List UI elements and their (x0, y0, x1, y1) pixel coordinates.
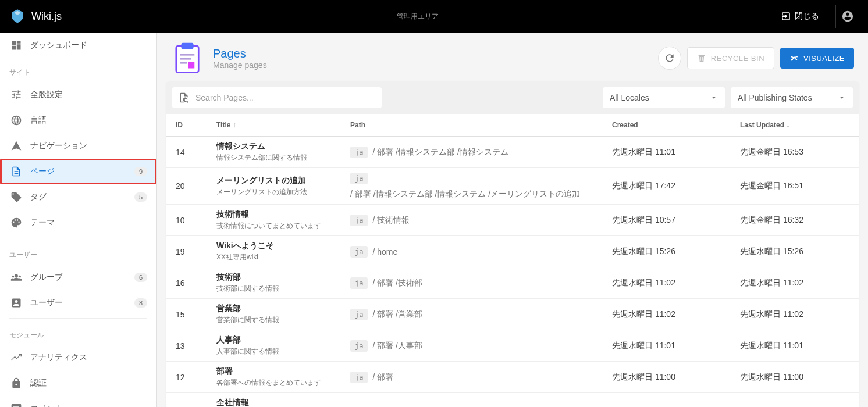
sidebar-item-comments[interactable]: コメント (0, 396, 156, 407)
sidebar-item-label: 全般設定 (30, 90, 147, 100)
account-button[interactable] (835, 5, 859, 28)
cell-id: 13 (166, 330, 207, 362)
sidebar-item-theme[interactable]: テーマ (0, 210, 156, 235)
sidebar-item-label: ナビゲーション (30, 141, 147, 151)
divider (9, 318, 147, 319)
col-path[interactable]: Path (341, 114, 603, 137)
pages-table: ID Title↑ Path Created Last Updated ↓ 14… (166, 114, 859, 407)
locale-select-value: All Locales (610, 93, 649, 102)
cell-created: 先週水曜日 10:59 (603, 393, 731, 408)
sidebar-section-site: サイト (0, 58, 156, 82)
close-label: 閉じる (795, 11, 819, 22)
sidebar-item-label: ページ (30, 166, 134, 177)
table-row[interactable]: 13人事部人事部に関する情報ja/ 部署 /人事部先週水曜日 11:01先週水曜… (166, 330, 859, 362)
divider (9, 238, 147, 238)
visualize-button[interactable]: VISUALIZE (780, 48, 854, 69)
lock-icon (9, 376, 23, 390)
publishing-state-select[interactable]: All Publishing States (731, 87, 853, 108)
cell-id: 12 (166, 362, 207, 393)
filter-bar: All Locales All Publishing States (166, 81, 859, 114)
locale-chip: ja (350, 246, 368, 258)
sidebar-item-analytics[interactable]: アナリティクス (0, 345, 156, 370)
tune-icon (9, 88, 23, 102)
sort-desc-icon: ↓ (786, 121, 789, 129)
sidebar-item-users[interactable]: ユーザー 8 (0, 290, 156, 316)
cell-path: ja/ 部署 /技術部 (341, 267, 603, 299)
tag-icon (9, 190, 23, 204)
cell-title: 全社情報全社に向けた共通の情報をまとめています (207, 393, 341, 408)
sidebar-item-locale[interactable]: 言語 (0, 108, 156, 133)
sidebar-badge: 5 (134, 192, 147, 202)
page-title: Pages (213, 47, 649, 60)
col-updated[interactable]: Last Updated ↓ (731, 114, 859, 137)
exit-icon (781, 11, 791, 22)
cell-created: 先週水曜日 10:57 (603, 205, 731, 236)
cell-path: ja/ 部署 /営業部 (341, 299, 603, 330)
sidebar-item-auth[interactable]: 認証 (0, 370, 156, 396)
graph-icon (789, 53, 799, 63)
cell-updated: 先週金曜日 16:51 (731, 168, 859, 205)
sidebar-item-label: アナリティクス (30, 352, 147, 363)
table-row[interactable]: 12部署各部署への情報をまとめていますja/ 部署先週水曜日 11:00先週水曜… (166, 362, 859, 393)
sort-indicator: ↑ (233, 121, 236, 129)
sidebar-item-tags[interactable]: タグ 5 (0, 184, 156, 210)
cell-updated: 先週水曜日 11:01 (731, 330, 859, 362)
refresh-icon (664, 52, 675, 64)
cell-path: ja/ 技術情報 (341, 205, 603, 236)
cell-updated: 先週水曜日 11:02 (731, 299, 859, 330)
locale-chip: ja (350, 215, 368, 226)
cell-path: ja/ 部署 /情報システム部 /情報システム (341, 137, 603, 168)
page-subtitle: Manage pages (213, 60, 649, 70)
topbar-center-label: 管理用エリア (62, 12, 774, 22)
sidebar-item-groups[interactable]: グループ 6 (0, 265, 156, 290)
locale-select[interactable]: All Locales (603, 87, 725, 108)
table-row[interactable]: 14情報システム情報システム部に関する情報ja/ 部署 /情報システム部 /情報… (166, 137, 859, 168)
cell-id: 19 (166, 236, 207, 267)
sidebar-item-label: 認証 (30, 378, 147, 388)
file-search-icon (178, 92, 190, 103)
cell-created: 先週水曜日 11:00 (603, 362, 731, 393)
table-row[interactable]: 11全社情報全社に向けた共通の情報をまとめていますja/ 全社情報先週水曜日 1… (166, 393, 859, 408)
sidebar-item-navigation[interactable]: ナビゲーション (0, 133, 156, 159)
brand[interactable]: Wiki.js (9, 8, 62, 24)
col-id[interactable]: ID (166, 114, 207, 137)
cell-created: 先週水曜日 15:26 (603, 236, 731, 267)
account-icon (841, 10, 854, 23)
table-row[interactable]: 15営業部営業部に関する情報ja/ 部署 /営業部先週水曜日 11:02先週水曜… (166, 299, 859, 330)
locale-chip: ja (350, 277, 368, 289)
cell-path: ja/ 部署 /情報システム部 /情報システム /メーリングリストの追加 (341, 168, 603, 205)
locale-chip: ja (350, 372, 368, 383)
table-row[interactable]: 19WikiへようこそXX社専用wikija/ home先週水曜日 15:26先… (166, 236, 859, 267)
svg-rect-5 (188, 62, 195, 69)
table-row[interactable]: 10技術情報技術情報についてまとめていますja/ 技術情報先週水曜日 10:57… (166, 205, 859, 236)
navigation-icon (9, 139, 23, 153)
sidebar-section-modules: モジュール (0, 321, 156, 345)
main-content: Pages Manage pages RECYCLE BIN VISUALIZE (157, 33, 868, 407)
dashboard-icon (9, 38, 23, 52)
svg-rect-4 (180, 62, 187, 64)
table-row[interactable]: 16技術部技術部に関する情報ja/ 部署 /技術部先週水曜日 11:02先週水曜… (166, 267, 859, 299)
recycle-bin-button[interactable]: RECYCLE BIN (687, 47, 774, 69)
col-created[interactable]: Created (603, 114, 731, 137)
col-title[interactable]: Title↑ (207, 114, 341, 137)
sidebar-item-general[interactable]: 全般設定 (0, 82, 156, 108)
table-row[interactable]: 20メーリングリストの追加メーリングリストの追加方法ja/ 部署 /情報システム… (166, 168, 859, 205)
close-button[interactable]: 閉じる (774, 6, 826, 26)
sidebar-item-dashboard[interactable]: ダッシュボード (0, 33, 156, 58)
sidebar-badge: 8 (134, 298, 147, 308)
cell-path: ja/ 部署 /人事部 (341, 330, 603, 362)
sidebar-item-pages[interactable]: ページ 9 (0, 159, 156, 184)
cell-updated: 先週水曜日 10:59 (731, 393, 859, 408)
search-input[interactable] (172, 87, 382, 108)
publishing-state-value: All Publishing States (738, 93, 812, 102)
svg-rect-2 (180, 54, 195, 56)
locale-chip: ja (350, 309, 368, 320)
cell-updated: 先週金曜日 16:32 (731, 205, 859, 236)
cell-title: 部署各部署への情報をまとめています (207, 362, 341, 393)
cell-path: ja/ 部署 (341, 362, 603, 393)
cell-id: 20 (166, 168, 207, 205)
pages-card: All Locales All Publishing States ID Tit… (166, 81, 859, 407)
cell-id: 14 (166, 137, 207, 168)
sidebar-item-label: 言語 (30, 115, 147, 126)
refresh-button[interactable] (658, 47, 681, 70)
